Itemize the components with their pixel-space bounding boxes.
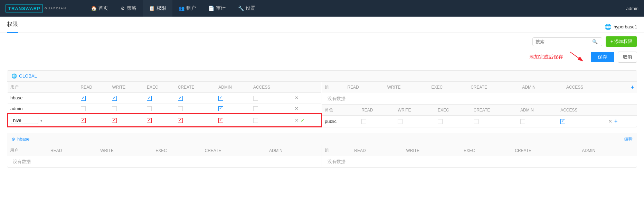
svg-line-1	[570, 52, 583, 61]
hbase-col-write: WRITE	[97, 145, 153, 156]
col-group: 组	[322, 82, 344, 93]
navigation: TRANSWARP GUARDIAN 🏠 首页 ⚙ 策略 📋 权限 👥 租户 📄…	[0, 0, 644, 17]
edit-hbase-button[interactable]: 编辑	[624, 136, 633, 142]
nav-home[interactable]: 🏠 首页	[85, 0, 114, 17]
col-access-r: ACCESS	[558, 105, 606, 116]
nav-tenant[interactable]: 👥 租户	[172, 0, 202, 17]
nav-tenant-label: 租户	[186, 5, 196, 11]
write-checkbox-admin[interactable]	[112, 106, 117, 111]
cluster-name: hyperbase1	[614, 24, 637, 29]
nav-policy[interactable]: ⚙ 策略	[114, 0, 143, 17]
read-checkbox-admin[interactable]	[81, 106, 86, 111]
col-actions	[292, 82, 321, 93]
save-button[interactable]: 保存	[591, 52, 614, 62]
nav-audit[interactable]: 📄 审计	[202, 0, 232, 17]
access-checkbox-admin[interactable]	[253, 106, 258, 111]
hbase-users-table: 用户 READ WRITE EXEC CREATE ADMIN 没有数据	[7, 145, 322, 167]
create-checkbox-public[interactable]	[474, 119, 479, 124]
add-group-button[interactable]: +	[631, 84, 634, 90]
delete-hbase-button[interactable]: ✕	[295, 95, 299, 100]
exec-checkbox-admin[interactable]	[147, 106, 152, 111]
policy-icon: ⚙	[121, 6, 125, 11]
add-role-button[interactable]: +	[614, 118, 617, 124]
hbase-col-admin: ADMIN	[266, 145, 322, 156]
nav-user: admin	[626, 6, 638, 11]
access-checkbox-public[interactable]	[560, 119, 565, 124]
groups-no-data: 没有数据	[325, 93, 348, 104]
write-checkbox-public[interactable]	[398, 119, 402, 124]
delete-admin-button[interactable]: ✕	[295, 106, 299, 111]
confirm-hive-button[interactable]: ✓	[301, 118, 305, 123]
settings-icon: 🔧	[238, 6, 244, 11]
delete-public-button[interactable]: ✕	[608, 119, 612, 124]
col-admin-r: ADMIN	[518, 105, 558, 116]
dropdown-icon[interactable]: ▼	[40, 119, 43, 123]
search-input[interactable]	[536, 39, 591, 44]
global-right-panel: 组 READ WRITE EXEC CREATE ADMIN ACCESS +	[322, 82, 637, 127]
user-name: admin	[8, 103, 78, 114]
hbase-section-header: ⊗ hbase 编辑	[7, 133, 637, 145]
nav-settings[interactable]: 🔧 设置	[232, 0, 262, 17]
col-admin: ADMIN	[216, 82, 250, 93]
hbase-col-read: READ	[48, 145, 97, 156]
create-checkbox-admin[interactable]	[178, 106, 183, 111]
exec-checkbox-hbase[interactable]	[147, 96, 152, 101]
write-checkbox-hive[interactable]	[112, 118, 117, 123]
exec-checkbox-hive[interactable]	[147, 118, 152, 123]
hive-editing-row: ▼ ✕ ✓	[8, 114, 321, 127]
col-create-r: CREATE	[471, 105, 518, 116]
search-icon[interactable]: 🔍	[591, 39, 599, 44]
col-admin-g: ADMIN	[519, 82, 564, 93]
global-section: 🌐 GLOBAL 用户 READ WRITE EXEC CREATE	[7, 70, 637, 127]
col-create: CREATE	[175, 82, 216, 93]
col-read-r: READ	[359, 105, 395, 116]
access-checkbox-hive[interactable]	[253, 118, 258, 123]
add-permission-button[interactable]: + 添加权限	[606, 36, 637, 47]
hive-name-cell: ▼	[8, 114, 78, 127]
hive-name-input[interactable]	[11, 117, 38, 124]
role-name: public	[322, 116, 359, 127]
col-exec-r: EXEC	[435, 105, 471, 116]
nav-permissions[interactable]: 📋 权限	[143, 0, 172, 17]
admin-checkbox-public[interactable]	[520, 119, 525, 124]
create-checkbox-hive[interactable]	[178, 118, 183, 123]
hbase-col-create: CREATE	[202, 145, 267, 156]
exec-checkbox-public[interactable]	[438, 119, 443, 124]
hbase-col-user: 用户	[7, 145, 48, 156]
read-checkbox-hbase[interactable]	[81, 96, 86, 101]
toolbar: 🔍 + 添加权限	[0, 33, 644, 50]
cancel-hive-button[interactable]: ✕	[295, 118, 299, 123]
tenant-icon: 👥	[179, 6, 184, 11]
admin-checkbox-hbase[interactable]	[218, 96, 223, 101]
nav-policy-label: 策略	[127, 5, 136, 11]
global-users-table: 用户 READ WRITE EXEC CREATE ADMIN ACCESS	[7, 82, 322, 127]
table-row: public ✕ +	[322, 116, 637, 127]
admin-checkbox-hive[interactable]	[218, 118, 223, 123]
admin-checkbox-admin[interactable]	[218, 106, 223, 111]
nav-settings-label: 设置	[246, 5, 255, 11]
create-checkbox-hbase[interactable]	[178, 96, 183, 101]
col-exec-g: EXEC	[428, 82, 468, 93]
global-section-header: 🌐 GLOBAL	[7, 71, 637, 82]
public-row-actions: ✕ +	[608, 118, 634, 124]
hbase-label: hbase	[17, 136, 29, 142]
global-users-panel: 用户 READ WRITE EXEC CREATE ADMIN ACCESS	[7, 82, 322, 127]
nav-home-label: 首页	[98, 5, 108, 11]
global-roles-table: 角色 READ WRITE EXEC CREATE ADMIN ACCESS	[322, 105, 637, 127]
red-arrow	[567, 50, 587, 64]
read-checkbox-hive[interactable]	[81, 118, 86, 123]
hbase-col-group: 组	[322, 145, 351, 156]
globe-icon: 🌐	[11, 73, 17, 79]
col-create-g: CREATE	[468, 82, 519, 93]
col-write-g: WRITE	[385, 82, 429, 93]
global-groups-table: 组 READ WRITE EXEC CREATE ADMIN ACCESS +	[322, 82, 637, 104]
hbase-col-admin-g: ADMIN	[579, 145, 637, 156]
cancel-button[interactable]: 取消	[618, 52, 637, 63]
hbase-section: ⊗ hbase 编辑 用户 READ WRITE EXEC CRE	[7, 133, 637, 168]
logo-text: TRANSWARP	[8, 6, 40, 11]
search-box[interactable]: 🔍	[532, 37, 602, 46]
hbase-col-create-g: CREATE	[512, 145, 579, 156]
access-checkbox-hbase[interactable]	[253, 96, 258, 101]
read-checkbox-public[interactable]	[361, 119, 366, 124]
write-checkbox-hbase[interactable]	[112, 96, 117, 101]
